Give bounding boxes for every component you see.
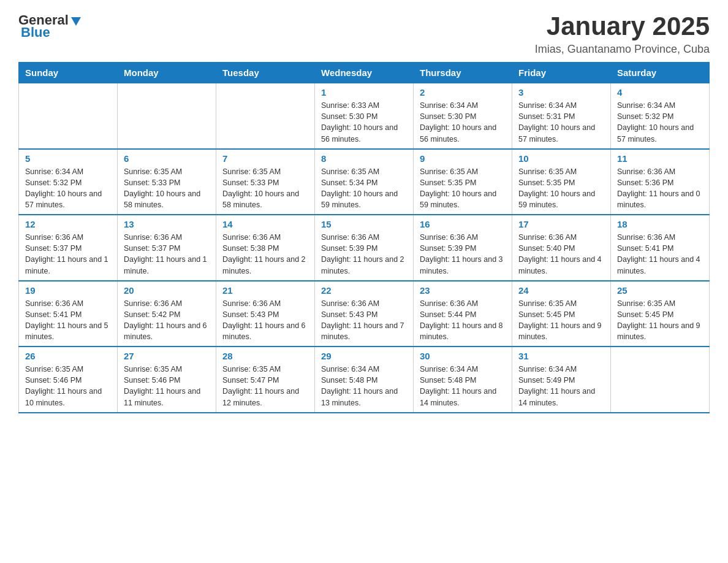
- calendar-cell: 25Sunrise: 6:35 AM Sunset: 5:45 PM Dayli…: [611, 281, 710, 347]
- day-info: Sunrise: 6:34 AM Sunset: 5:48 PM Dayligh…: [321, 364, 407, 408]
- day-number: 12: [25, 219, 111, 229]
- logo: General Blue: [18, 12, 82, 40]
- day-number: 17: [518, 219, 604, 229]
- calendar-cell: [118, 83, 216, 149]
- day-number: 4: [617, 87, 703, 98]
- day-info: Sunrise: 6:35 AM Sunset: 5:47 PM Dayligh…: [222, 364, 308, 408]
- calendar-cell: [611, 347, 710, 413]
- day-number: 16: [420, 219, 506, 229]
- calendar-cell: 17Sunrise: 6:36 AM Sunset: 5:40 PM Dayli…: [512, 215, 611, 281]
- day-number: 7: [222, 153, 308, 164]
- day-info: Sunrise: 6:35 AM Sunset: 5:35 PM Dayligh…: [518, 166, 604, 211]
- col-header-wednesday: Wednesday: [315, 63, 414, 83]
- col-header-thursday: Thursday: [414, 63, 512, 83]
- day-number: 28: [222, 351, 308, 361]
- day-info: Sunrise: 6:36 AM Sunset: 5:37 PM Dayligh…: [25, 232, 111, 277]
- day-info: Sunrise: 6:34 AM Sunset: 5:49 PM Dayligh…: [518, 364, 604, 408]
- calendar-cell: 16Sunrise: 6:36 AM Sunset: 5:39 PM Dayli…: [414, 215, 512, 281]
- day-info: Sunrise: 6:36 AM Sunset: 5:44 PM Dayligh…: [420, 298, 506, 343]
- calendar-cell: 22Sunrise: 6:36 AM Sunset: 5:43 PM Dayli…: [315, 281, 414, 347]
- logo-blue-text: Blue: [21, 25, 50, 40]
- day-info: Sunrise: 6:35 AM Sunset: 5:45 PM Dayligh…: [518, 298, 604, 343]
- day-number: 21: [222, 285, 308, 296]
- day-info: Sunrise: 6:36 AM Sunset: 5:39 PM Dayligh…: [420, 232, 506, 277]
- calendar-cell: 20Sunrise: 6:36 AM Sunset: 5:42 PM Dayli…: [118, 281, 216, 347]
- day-info: Sunrise: 6:33 AM Sunset: 5:30 PM Dayligh…: [321, 100, 407, 145]
- day-number: 10: [518, 153, 604, 164]
- calendar-cell: 19Sunrise: 6:36 AM Sunset: 5:41 PM Dayli…: [19, 281, 118, 347]
- day-number: 9: [420, 153, 506, 164]
- calendar-cell: 23Sunrise: 6:36 AM Sunset: 5:44 PM Dayli…: [414, 281, 512, 347]
- day-info: Sunrise: 6:36 AM Sunset: 5:40 PM Dayligh…: [518, 232, 604, 277]
- calendar-week-row: 19Sunrise: 6:36 AM Sunset: 5:41 PM Dayli…: [19, 281, 710, 347]
- day-info: Sunrise: 6:36 AM Sunset: 5:39 PM Dayligh…: [321, 232, 407, 277]
- calendar-cell: 31Sunrise: 6:34 AM Sunset: 5:49 PM Dayli…: [512, 347, 611, 413]
- calendar-cell: 7Sunrise: 6:35 AM Sunset: 5:33 PM Daylig…: [216, 149, 315, 215]
- day-number: 26: [25, 351, 111, 361]
- calendar-cell: 1Sunrise: 6:33 AM Sunset: 5:30 PM Daylig…: [315, 83, 414, 149]
- day-number: 13: [124, 219, 210, 229]
- day-number: 20: [124, 285, 210, 296]
- calendar-cell: 12Sunrise: 6:36 AM Sunset: 5:37 PM Dayli…: [19, 215, 118, 281]
- calendar-cell: [19, 83, 118, 149]
- day-number: 11: [617, 153, 703, 164]
- day-info: Sunrise: 6:35 AM Sunset: 5:35 PM Dayligh…: [420, 166, 506, 211]
- day-info: Sunrise: 6:35 AM Sunset: 5:33 PM Dayligh…: [222, 166, 308, 211]
- calendar-cell: 26Sunrise: 6:35 AM Sunset: 5:46 PM Dayli…: [19, 347, 118, 413]
- col-header-tuesday: Tuesday: [216, 63, 315, 83]
- day-info: Sunrise: 6:36 AM Sunset: 5:37 PM Dayligh…: [124, 232, 210, 277]
- calendar-cell: 27Sunrise: 6:35 AM Sunset: 5:46 PM Dayli…: [118, 347, 216, 413]
- day-info: Sunrise: 6:34 AM Sunset: 5:48 PM Dayligh…: [420, 364, 506, 408]
- day-number: 31: [518, 351, 604, 361]
- day-info: Sunrise: 6:36 AM Sunset: 5:38 PM Dayligh…: [222, 232, 308, 277]
- day-info: Sunrise: 6:35 AM Sunset: 5:33 PM Dayligh…: [124, 166, 210, 211]
- col-header-monday: Monday: [118, 63, 216, 83]
- calendar-cell: 14Sunrise: 6:36 AM Sunset: 5:38 PM Dayli…: [216, 215, 315, 281]
- day-number: 27: [124, 351, 210, 361]
- day-info: Sunrise: 6:35 AM Sunset: 5:34 PM Dayligh…: [321, 166, 407, 211]
- day-number: 6: [124, 153, 210, 164]
- day-number: 24: [518, 285, 604, 296]
- calendar-week-row: 1Sunrise: 6:33 AM Sunset: 5:30 PM Daylig…: [19, 83, 710, 149]
- svg-marker-0: [71, 17, 81, 26]
- calendar-cell: 6Sunrise: 6:35 AM Sunset: 5:33 PM Daylig…: [118, 149, 216, 215]
- calendar-cell: 8Sunrise: 6:35 AM Sunset: 5:34 PM Daylig…: [315, 149, 414, 215]
- day-info: Sunrise: 6:34 AM Sunset: 5:30 PM Dayligh…: [420, 100, 506, 145]
- day-number: 1: [321, 87, 407, 98]
- day-number: 23: [420, 285, 506, 296]
- day-info: Sunrise: 6:36 AM Sunset: 5:41 PM Dayligh…: [25, 298, 111, 343]
- day-info: Sunrise: 6:35 AM Sunset: 5:46 PM Dayligh…: [25, 364, 111, 408]
- day-number: 2: [420, 87, 506, 98]
- day-number: 29: [321, 351, 407, 361]
- day-number: 3: [518, 87, 604, 98]
- day-number: 5: [25, 153, 111, 164]
- day-number: 8: [321, 153, 407, 164]
- day-number: 14: [222, 219, 308, 229]
- calendar-cell: 9Sunrise: 6:35 AM Sunset: 5:35 PM Daylig…: [414, 149, 512, 215]
- day-info: Sunrise: 6:34 AM Sunset: 5:32 PM Dayligh…: [617, 100, 703, 145]
- calendar-cell: 4Sunrise: 6:34 AM Sunset: 5:32 PM Daylig…: [611, 83, 710, 149]
- calendar-table: SundayMondayTuesdayWednesdayThursdayFrid…: [18, 62, 710, 413]
- calendar-cell: 13Sunrise: 6:36 AM Sunset: 5:37 PM Dayli…: [118, 215, 216, 281]
- calendar-week-row: 12Sunrise: 6:36 AM Sunset: 5:37 PM Dayli…: [19, 215, 710, 281]
- day-info: Sunrise: 6:36 AM Sunset: 5:41 PM Dayligh…: [617, 232, 703, 277]
- day-number: 18: [617, 219, 703, 229]
- calendar-cell: 10Sunrise: 6:35 AM Sunset: 5:35 PM Dayli…: [512, 149, 611, 215]
- title-section: January 2025 Imias, Guantanamo Province,…: [535, 12, 710, 56]
- calendar-header-row: SundayMondayTuesdayWednesdayThursdayFrid…: [19, 63, 710, 83]
- calendar-week-row: 26Sunrise: 6:35 AM Sunset: 5:46 PM Dayli…: [19, 347, 710, 413]
- col-header-sunday: Sunday: [19, 63, 118, 83]
- col-header-saturday: Saturday: [611, 63, 710, 83]
- day-info: Sunrise: 6:35 AM Sunset: 5:45 PM Dayligh…: [617, 298, 703, 343]
- day-info: Sunrise: 6:36 AM Sunset: 5:36 PM Dayligh…: [617, 166, 703, 211]
- calendar-cell: 15Sunrise: 6:36 AM Sunset: 5:39 PM Dayli…: [315, 215, 414, 281]
- day-number: 15: [321, 219, 407, 229]
- day-number: 30: [420, 351, 506, 361]
- logo-triangle-icon: [70, 15, 82, 27]
- page-header: General Blue January 2025 Imias, Guantan…: [18, 12, 710, 56]
- calendar-cell: 3Sunrise: 6:34 AM Sunset: 5:31 PM Daylig…: [512, 83, 611, 149]
- calendar-cell: 29Sunrise: 6:34 AM Sunset: 5:48 PM Dayli…: [315, 347, 414, 413]
- calendar-cell: 5Sunrise: 6:34 AM Sunset: 5:32 PM Daylig…: [19, 149, 118, 215]
- calendar-cell: 24Sunrise: 6:35 AM Sunset: 5:45 PM Dayli…: [512, 281, 611, 347]
- day-info: Sunrise: 6:34 AM Sunset: 5:32 PM Dayligh…: [25, 166, 111, 211]
